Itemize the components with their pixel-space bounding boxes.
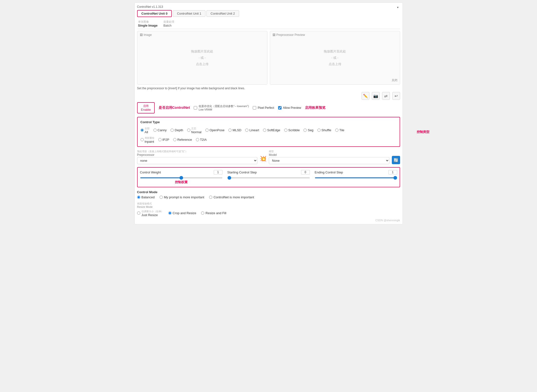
tab-unit1[interactable]: ControlNet Unit 1 xyxy=(173,10,205,17)
ending-step-header: Ending Control Step 1 xyxy=(315,170,397,174)
edit-icon[interactable]: ✏️ xyxy=(362,92,369,100)
control-mode-section: Control Mode Balanced My prompt is more … xyxy=(137,190,400,199)
radio-softedge[interactable]: SoftEdge xyxy=(263,128,280,132)
radio-shuffle[interactable]: Shuffle xyxy=(317,128,331,132)
preprocessor-model-row: 预处理器（直接上传模式图或草稿时可选"无"） Preprocessor none… xyxy=(137,150,400,164)
control-weight-header: Control Weight 1 xyxy=(140,170,223,174)
control-type-annotation: 控制类型 xyxy=(417,130,429,134)
swap-icon[interactable]: ⇄ xyxy=(382,92,390,100)
control-mode-title: Control Mode xyxy=(137,190,400,194)
tab-unit2[interactable]: ControlNet Unit 2 xyxy=(206,10,239,17)
control-weight-annotation: 控制权重 xyxy=(140,180,223,184)
sub-tab-single[interactable]: 单张图像 Single Image xyxy=(137,20,159,28)
ending-step-group: Ending Control Step 1 xyxy=(315,170,397,179)
resize-radio-row: 仅调整大小（拉伸） Just Resize Crop and Resize Re… xyxy=(137,209,400,217)
control-weight-group: Control Weight 1 控制权重 xyxy=(140,170,223,184)
radio-canny[interactable]: Canny xyxy=(153,128,167,132)
starting-step-value: 0 xyxy=(301,170,310,174)
resize-crop[interactable]: Crop and Resize xyxy=(168,211,196,215)
control-mode-radio-row: Balanced My prompt is more important Con… xyxy=(137,195,400,199)
return-icon[interactable]: ↩ xyxy=(392,92,400,100)
resize-just[interactable]: 仅调整大小（拉伸） Just Resize xyxy=(137,209,163,217)
model-label: 模型 Model xyxy=(269,150,389,157)
upload-text-left: 拖放图片至此处 - 或 - 点击上传 xyxy=(191,48,213,67)
image-upload-area[interactable]: 🖼 Image 拖放图片至此处 - 或 - 点击上传 xyxy=(137,31,267,85)
allow-preview-row: Allow Preview xyxy=(278,106,301,110)
pixel-perfect-label[interactable]: Pixel Perfect xyxy=(258,106,274,110)
app-title: ControlNet v1.1.313 xyxy=(137,5,400,9)
preprocessor-preview-area[interactable]: 🖼 Preprocessor Preview 拖放图片至此处 - 或 - 点击上… xyxy=(270,31,400,85)
resize-fill[interactable]: Resize and Fill xyxy=(201,211,226,215)
radio-seg[interactable]: Seg xyxy=(304,128,313,132)
allow-preview-checkbox[interactable] xyxy=(278,106,282,110)
ending-step-title: Ending Control Step xyxy=(315,171,343,174)
pixel-perfect-row: Pixel Perfect xyxy=(253,106,274,110)
image-label: 🖼 Image xyxy=(140,33,152,37)
image-icon: 🖼 xyxy=(140,33,143,37)
control-weight-title: Control Weight xyxy=(140,171,161,174)
mode-balanced[interactable]: Balanced xyxy=(137,195,155,199)
low-vram-label[interactable]: 低显存优化（需配合启动参数"-- lowvram") Low VRAM xyxy=(199,104,249,111)
enable-row: 启用 Enable 是否启用ControlNet 低显存优化（需配合启动参数"-… xyxy=(137,102,400,113)
starting-step-group: Starting Control Step 0 xyxy=(227,170,310,179)
pixel-perfect-checkbox[interactable] xyxy=(253,106,256,110)
preprocessor-preview-label: 🖼 Preprocessor Preview xyxy=(273,33,305,37)
sub-tabs: 单张图像 Single Image 批量处理 Batch xyxy=(137,20,400,29)
radio-t2ia[interactable]: T2IA xyxy=(196,136,207,143)
resize-mode-section: 画面缩放模式 Resize Mode 仅调整大小（拉伸） Just Resize… xyxy=(137,202,400,217)
radio-mlsd[interactable]: MLSD xyxy=(228,128,241,132)
resize-mode-label: 画面缩放模式 Resize Mode xyxy=(137,202,400,208)
close-button[interactable]: 关闭 xyxy=(392,78,397,82)
slider-section: Control Weight 1 控制权重 Starting Control S… xyxy=(137,167,400,187)
ending-step-slider[interactable] xyxy=(315,177,397,178)
control-type-row1: 全部All Canny Depth 正态Normal OpenPose MLSD xyxy=(141,126,397,134)
image-upload-row: 🖼 Image 拖放图片至此处 - 或 - 点击上传 🖼 Preprocesso… xyxy=(137,31,400,85)
tab-unit0[interactable]: ControlNet Unit 0 xyxy=(137,10,172,17)
control-weight-value: 1 xyxy=(214,170,223,174)
preprocessor-hint: Set the preprocessor to [invert] If your… xyxy=(137,87,400,90)
slider-row: Control Weight 1 控制权重 Starting Control S… xyxy=(140,170,397,184)
radio-lineart[interactable]: Lineart xyxy=(245,128,259,132)
ending-step-value: 1 xyxy=(388,170,397,174)
preprocessor-icon: 🖼 xyxy=(273,33,275,37)
radio-reference[interactable]: Reference xyxy=(173,136,192,143)
starting-step-slider[interactable] xyxy=(227,177,310,178)
watermark: CSDN @shenmingik xyxy=(137,219,400,222)
mode-prompt[interactable]: My prompt is more important xyxy=(160,195,204,199)
enable-annotation: 是否启用ControlNet xyxy=(159,106,190,110)
control-type-box: Control Type 全部All Canny Depth 正态Normal … xyxy=(137,117,400,147)
control-type-row2: 局部重绘Inpaint IP2P Reference T2IA xyxy=(141,136,397,143)
preprocessor-dropdown[interactable]: none xyxy=(137,157,258,164)
radio-openpose[interactable]: OpenPose xyxy=(205,128,224,132)
allow-preview-annotation: 启用效果预览 xyxy=(305,106,325,110)
radio-depth[interactable]: Depth xyxy=(171,128,183,132)
unit-tabs: ControlNet Unit 0 ControlNet Unit 1 Cont… xyxy=(137,10,400,17)
starting-step-header: Starting Control Step 0 xyxy=(227,170,310,174)
fire-icon[interactable]: 💥 xyxy=(260,156,266,162)
camera-icon[interactable]: 📷 xyxy=(372,92,380,100)
preprocessor-label: 预处理器（直接上传模式图或草稿时可选"无"） Preprocessor xyxy=(137,150,258,157)
radio-tile[interactable]: Tile xyxy=(335,128,344,132)
control-type-title: Control Type xyxy=(141,120,397,124)
radio-inpaint[interactable]: 局部重绘Inpaint xyxy=(141,136,154,143)
allow-preview-label[interactable]: Allow Preview xyxy=(283,106,301,110)
upload-text-right: 拖放图片至此处 - 或 - 点击上传 xyxy=(324,48,346,67)
icon-row: ✏️ 📷 ⇄ ↩ xyxy=(137,92,400,100)
control-weight-slider[interactable] xyxy=(140,177,223,178)
model-dropdown[interactable]: None xyxy=(269,157,389,164)
radio-scribble[interactable]: Scribble xyxy=(284,128,300,132)
radio-all[interactable]: 全部All xyxy=(141,126,150,134)
low-vram-row: 低显存优化（需配合启动参数"-- lowvram") Low VRAM xyxy=(194,104,249,111)
low-vram-checkbox[interactable] xyxy=(194,106,197,110)
app-container: ControlNet v1.1.313 ▼ ControlNet Unit 0 … xyxy=(134,2,403,224)
model-field: 模型 Model None xyxy=(269,150,389,164)
dropdown-arrow-icon[interactable]: ▼ xyxy=(397,6,399,9)
radio-ip2p[interactable]: IP2P xyxy=(158,136,169,143)
starting-step-title: Starting Control Step xyxy=(227,171,257,174)
sub-tab-batch[interactable]: 批量处理 Batch xyxy=(162,20,175,28)
refresh-button[interactable]: 🔄 xyxy=(392,156,400,164)
radio-normal[interactable]: 正态Normal xyxy=(187,126,202,134)
mode-controlnet[interactable]: ControlNet is more important xyxy=(209,195,254,199)
enable-button[interactable]: 启用 Enable xyxy=(137,102,155,113)
preprocessor-field: 预处理器（直接上传模式图或草稿时可选"无"） Preprocessor none xyxy=(137,150,258,164)
